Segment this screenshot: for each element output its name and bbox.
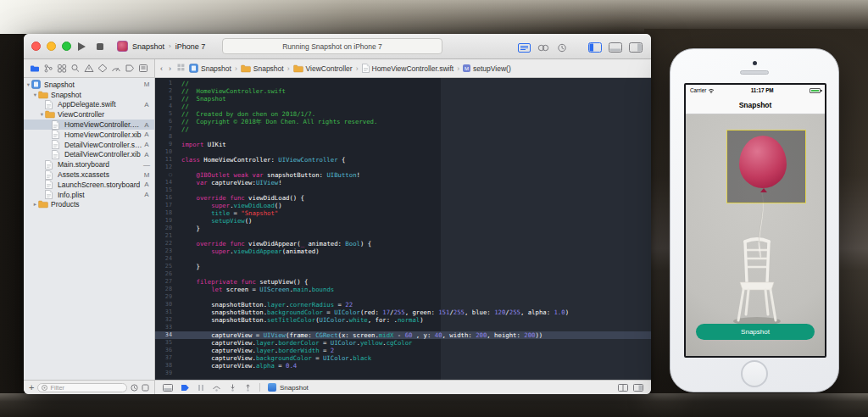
source-control-filter-icon[interactable] <box>142 380 149 394</box>
code-line[interactable]: 28 let screen = UIScreen.main.bounds <box>155 286 651 293</box>
code-line[interactable]: 15 <box>155 186 651 194</box>
jump-bar-item[interactable]: ViewController <box>293 64 353 73</box>
project-navigator-tab[interactable] <box>30 64 40 73</box>
toggle-debug-area-button[interactable] <box>609 41 622 56</box>
file-tree-item[interactable]: Assets.xcassetsM <box>24 170 154 180</box>
minimize-button[interactable] <box>47 42 56 51</box>
stop-button[interactable] <box>97 43 103 50</box>
toggle-navigator-button[interactable] <box>588 41 602 56</box>
back-button[interactable]: ‹ <box>160 64 164 73</box>
file-tree-item[interactable]: ▾SnapshotM <box>24 80 154 90</box>
assistant-editor-button[interactable] <box>537 41 549 56</box>
svg-text:M: M <box>465 66 469 71</box>
code-line[interactable]: 29 <box>155 293 651 301</box>
code-line[interactable]: 24 <box>155 255 651 263</box>
code-line[interactable]: 3// Snapshot <box>155 95 651 103</box>
file-tree-item[interactable]: AppDelegate.swiftA <box>24 100 154 110</box>
code-line[interactable]: 38 captureView.alpha = 0.4 <box>155 362 651 370</box>
jump-bar-item[interactable]: MsetupView() <box>463 64 511 73</box>
code-line[interactable]: 36 captureView.layer.borderWidth = 2 <box>155 347 651 354</box>
run-button[interactable] <box>78 42 86 51</box>
code-line[interactable]: 27 fileprivate func setupView() { <box>155 278 651 286</box>
add-button[interactable]: + <box>29 383 34 392</box>
code-line[interactable]: 31 snapshotButton.backgroundColor = UICo… <box>155 309 651 316</box>
code-line[interactable]: 4// <box>155 103 651 110</box>
code-line[interactable]: 25 } <box>155 263 651 270</box>
issue-navigator-tab[interactable] <box>84 64 94 73</box>
debug-navigator-tab[interactable] <box>111 64 121 73</box>
code-line[interactable]: 19 setupView() <box>155 217 651 225</box>
code-line[interactable]: 33 <box>155 324 651 331</box>
console-pane-right-button[interactable] <box>633 380 643 394</box>
code-line[interactable]: 26 <box>155 270 651 278</box>
breakpoints-button[interactable] <box>181 380 190 394</box>
scheme-selector[interactable]: Snapshot › iPhone 7 <box>117 41 205 52</box>
file-tree-item[interactable]: ▾ViewController <box>24 109 154 120</box>
source-control-navigator-tab[interactable] <box>43 64 53 73</box>
code-line[interactable]: 16 override func viewDidLoad() { <box>155 194 651 202</box>
symbol-navigator-tab[interactable] <box>57 64 67 73</box>
code-line[interactable]: 20 } <box>155 225 651 232</box>
file-tree-item[interactable]: LaunchScreen.storyboardA <box>24 180 154 190</box>
code-line[interactable]: 9import UIKit <box>155 141 651 148</box>
zoom-button[interactable] <box>62 42 71 51</box>
balloon-image <box>739 136 787 188</box>
code-line[interactable]: 6// Copyright © 2018年 Don Chen. All righ… <box>155 118 651 125</box>
code-line[interactable]: 23 super.viewDidAppear(animated) <box>155 247 651 255</box>
code-line[interactable]: 22 override func viewDidAppear(_ animate… <box>155 240 651 247</box>
code-line[interactable]: 14 var captureView:UIView! <box>155 179 651 186</box>
test-navigator-tab[interactable] <box>97 64 108 73</box>
breakpoint-navigator-tab[interactable] <box>125 64 135 73</box>
recent-files-icon[interactable] <box>131 380 138 394</box>
code-line[interactable]: 1// <box>155 80 651 87</box>
code-line[interactable]: 11class HomeViewController: UIViewContro… <box>155 156 651 164</box>
snapshot-button[interactable]: Snapshot <box>696 324 815 340</box>
filter-field[interactable]: Filter <box>37 383 127 392</box>
file-tree-item[interactable]: DetailViewController.xibA <box>24 150 154 160</box>
code-line[interactable]: 35 captureView.layer.borderColor = UICol… <box>155 339 651 347</box>
home-button[interactable] <box>741 360 768 387</box>
code-line[interactable]: 17 super.viewDidLoad() <box>155 202 651 209</box>
report-navigator-tab[interactable] <box>138 64 148 73</box>
code-line[interactable]: 10 <box>155 148 651 156</box>
code-line[interactable]: 2// HomeViewController.swift <box>155 87 651 95</box>
jump-bar-item[interactable]: Snapshot <box>189 64 231 73</box>
version-editor-button[interactable] <box>556 41 568 56</box>
file-tree-item[interactable]: ▸Products <box>24 200 154 210</box>
code-line[interactable]: 32 snapshotButton.setTitleColor(UIColor.… <box>155 316 651 324</box>
file-tree-item[interactable]: HomeViewController.swiftA <box>24 120 154 130</box>
code-line[interactable]: 18 title = "Snapshot" <box>155 209 651 217</box>
file-tree-item[interactable]: HomeViewController.xibA <box>24 130 154 140</box>
code-line[interactable]: 34 captureView = UIView(frame: CGRect(x:… <box>155 331 651 339</box>
code-line[interactable]: 30 snapshotButton.layer.cornerRadius = 2… <box>155 301 651 309</box>
step-over-button[interactable] <box>212 380 221 394</box>
step-into-button[interactable] <box>229 380 236 394</box>
code-line[interactable]: 12 <box>155 164 651 171</box>
step-out-button[interactable] <box>244 380 252 394</box>
hide-debug-area-button[interactable] <box>163 380 173 394</box>
toggle-inspectors-button[interactable] <box>629 41 643 56</box>
debug-bar-crumb[interactable]: Snapshot <box>268 383 309 392</box>
jump-bar-item[interactable]: HomeViewController.swift <box>362 64 454 73</box>
code-line[interactable]: ○ @IBOutlet weak var snapshotButton: UIB… <box>155 171 651 179</box>
forward-button[interactable]: › <box>169 64 173 73</box>
console-pane-left-button[interactable] <box>618 380 628 394</box>
code-line[interactable]: 21 <box>155 232 651 240</box>
close-button[interactable] <box>31 42 41 51</box>
standard-editor-button[interactable] <box>518 41 531 56</box>
file-tree-item[interactable]: Main.storyboard— <box>24 159 154 170</box>
file-tree-item[interactable]: ▾Snapshot <box>24 90 154 100</box>
code-line[interactable]: 7// <box>155 125 651 133</box>
code-line[interactable]: 5// Created by don chen on 2018/1/7. <box>155 110 651 118</box>
code-line[interactable]: 37 captureView.backgroundColor = UIColor… <box>155 354 651 362</box>
jump-bar-separator: › <box>287 64 290 73</box>
code-line[interactable]: 39 <box>155 370 651 377</box>
jump-bar-item[interactable]: Snapshot <box>241 64 284 73</box>
related-items-button[interactable] <box>177 64 185 73</box>
source-editor[interactable]: 1//2// HomeViewController.swift3// Snaps… <box>155 78 651 380</box>
find-navigator-tab[interactable] <box>70 64 81 73</box>
file-tree-item[interactable]: Info.plistA <box>24 190 154 200</box>
file-tree-item[interactable]: DetailViewController.swiftA <box>24 140 154 150</box>
code-line[interactable]: 8 <box>155 133 651 141</box>
pause-button[interactable] <box>198 380 204 394</box>
